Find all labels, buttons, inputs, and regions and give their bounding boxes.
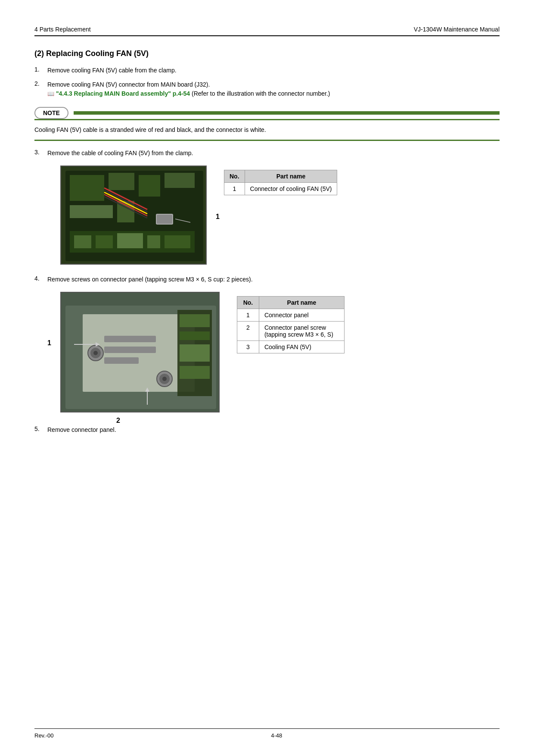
header-right: VJ-1304W Maintenance Manual [414,26,500,33]
step-2-num: 2. [34,80,47,98]
section-title: (2) Replacing Cooling FAN (5V) [34,49,500,58]
svg-rect-18 [96,235,113,248]
svg-rect-20 [147,235,160,248]
note-container: NOTE Cooling FAN (5V) cable is a strande… [34,107,500,141]
table2-header-partname: Part name [259,297,344,309]
svg-point-28 [93,351,98,355]
figure-1-row: 1 No. Part name 1 Connector of cooling F… [60,166,500,265]
table-row: 1 Connector of cooling FAN (5V) [224,183,337,195]
svg-rect-35 [180,344,210,362]
svg-rect-14 [157,215,172,224]
step-2-suffix: (Refer to the illustration with the conn… [192,90,330,97]
figure-1-image-container: 1 [60,166,207,265]
note-header-row: NOTE [34,107,500,119]
table2-header-no: No. [237,297,259,309]
parts-table-2: No. Part name 1 Connector panel 2 Connec… [237,296,345,353]
figure-2-callout-1: 1 [47,339,51,347]
step-4-content: Remove screws on connector panel (tappin… [47,275,500,284]
svg-rect-5 [165,173,195,188]
table-row: 2 Connector panel screw(tapping screw M3… [237,322,345,341]
svg-rect-19 [117,233,143,248]
svg-rect-36 [180,366,210,379]
step-3-content: Remove the cable of cooling FAN (5V) fro… [47,149,500,158]
cross-reference-link[interactable]: "4.4.3 Replacing MAIN Board assembly" p.… [56,90,190,97]
table1-header-partname: Part name [245,170,337,183]
svg-rect-2 [70,175,104,201]
svg-rect-3 [109,173,134,190]
step-2: 2. Remove cooling FAN (5V) connector fro… [34,80,500,98]
step-3: 3. Remove the cable of cooling FAN (5V) … [34,149,500,158]
svg-rect-4 [139,175,160,197]
note-bar [74,111,500,115]
figure-2-table-container: No. Part name 1 Connector panel 2 Connec… [237,292,345,353]
step-1: 1. Remove cooling FAN (5V) cable from th… [34,66,500,75]
table1-row1-no: 1 [224,183,245,195]
step-5: 5. Remove connector panel. [34,425,500,434]
page-footer: Rev.-00 4-48 [34,728,500,739]
footer-rev: Rev.-00 [34,732,54,739]
svg-rect-43 [104,357,139,364]
table-row: 1 Connector panel [237,309,345,322]
table2-row2-no: 2 [237,322,259,341]
figure-1-table-container: No. Part name 1 Connector of cooling FAN… [224,166,337,195]
step-3-num: 3. [34,149,47,158]
table2-row1-no: 1 [237,309,259,322]
step-2-content: Remove cooling FAN (5V) connector from M… [47,80,500,98]
svg-rect-6 [70,205,113,218]
table1-header-no: No. [224,170,245,183]
page: 4 Parts Replacement VJ-1304W Maintenance… [0,0,534,756]
table2-row3-no: 3 [237,341,259,353]
svg-rect-17 [74,235,91,248]
header-left: 4 Parts Replacement [34,26,91,33]
step-5-content: Remove connector panel. [47,425,500,434]
step-4-num: 4. [34,275,47,284]
figure-2-row: 1 2 No. Part name 1 Connector panel [60,292,500,412]
svg-rect-33 [180,314,210,327]
svg-rect-42 [104,347,156,353]
svg-rect-21 [165,235,190,248]
step-1-content: Remove cooling FAN (5V) cable from the c… [47,66,500,75]
figure-2-image-container: 1 2 [60,292,220,412]
table2-row1-partname: Connector panel [259,309,344,322]
note-label: NOTE [34,107,68,119]
svg-rect-41 [104,336,156,342]
svg-rect-34 [180,331,210,340]
panel-svg [60,292,220,412]
page-header: 4 Parts Replacement VJ-1304W Maintenance… [34,26,500,36]
table2-row2-partname: Connector panel screw(tapping screw M3 ×… [259,322,344,341]
figure-2-callout-2: 2 [116,417,120,425]
step-4: 4. Remove screws on connector panel (tap… [34,275,500,284]
step-1-num: 1. [34,66,47,75]
svg-point-31 [162,377,167,381]
note-content: Cooling FAN (5V) cable is a stranded wir… [34,119,500,141]
pcb-svg [60,166,207,265]
table2-row3-partname: Cooling FAN (5V) [259,341,344,353]
table1-row1-partname: Connector of cooling FAN (5V) [245,183,337,195]
parts-table-1: No. Part name 1 Connector of cooling FAN… [224,170,337,195]
note-text: Cooling FAN (5V) cable is a stranded wir… [34,126,266,133]
table-row: 3 Cooling FAN (5V) [237,341,345,353]
book-icon: 📖 [47,91,54,97]
footer-page: 4-48 [271,732,282,739]
step-5-num: 5. [34,425,47,434]
figure-1-callout-1: 1 [216,213,220,221]
